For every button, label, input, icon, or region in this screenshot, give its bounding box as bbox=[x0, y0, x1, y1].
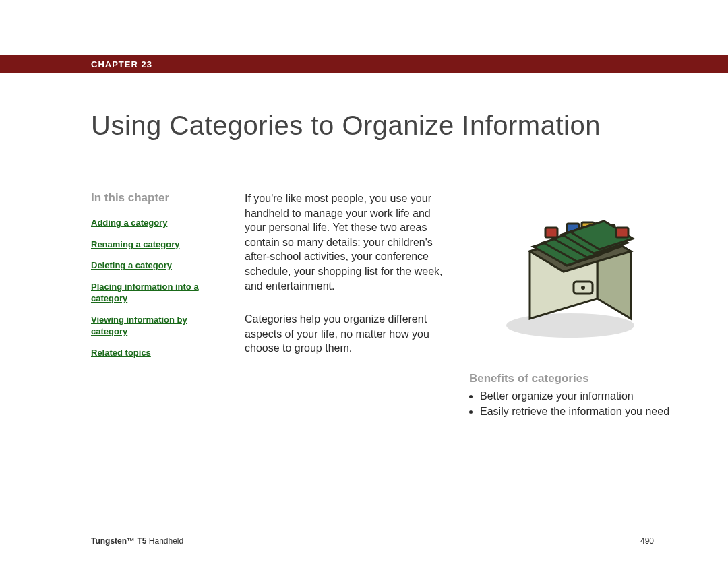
sidebar-heading: In this chapter bbox=[91, 191, 226, 205]
svg-point-0 bbox=[506, 313, 634, 338]
chapter-label: CHAPTER 23 bbox=[0, 59, 728, 69]
sidebar-link-placing[interactable]: Placing information into a category bbox=[91, 281, 226, 305]
content-area: In this chapter Adding a category Renami… bbox=[0, 141, 728, 420]
sidebar-link-deleting[interactable]: Deleting a category bbox=[91, 259, 226, 272]
benefit-item: Easily retrieve the information you need bbox=[480, 405, 678, 418]
sidebar-link-renaming[interactable]: Renaming a category bbox=[91, 239, 226, 251]
benefit-item: Better organize your information bbox=[480, 389, 678, 402]
footer-product-rest: Handheld bbox=[146, 536, 183, 546]
benefits-heading: Benefits of categories bbox=[469, 372, 678, 385]
page-footer: Tungsten™ T5 Handheld 490 bbox=[0, 532, 728, 546]
svg-point-4 bbox=[581, 286, 585, 290]
page-title: Using Categories to Organize Information bbox=[0, 73, 728, 141]
body-text-column: If you're like most people, you use your… bbox=[245, 191, 450, 420]
sidebar-link-viewing[interactable]: Viewing information by category bbox=[91, 314, 226, 338]
category-drawer-illustration bbox=[469, 191, 678, 345]
svg-rect-7 bbox=[545, 228, 557, 237]
footer-product-bold: Tungsten™ T5 bbox=[91, 536, 146, 546]
benefits-list: Better organize your information Easily … bbox=[469, 389, 678, 418]
body-paragraph-2: Categories help you organize different a… bbox=[245, 312, 450, 356]
body-paragraph-1: If you're like most people, you use your… bbox=[245, 191, 450, 293]
folder-drawer-icon bbox=[493, 194, 648, 342]
footer-product-name: Tungsten™ T5 Handheld bbox=[91, 536, 183, 546]
sidebar-link-related[interactable]: Related topics bbox=[91, 347, 226, 359]
sidebar-in-this-chapter: In this chapter Adding a category Renami… bbox=[91, 191, 226, 420]
svg-rect-15 bbox=[616, 228, 628, 237]
right-column: Benefits of categories Better organize y… bbox=[469, 191, 678, 420]
chapter-header-bar: CHAPTER 23 bbox=[0, 55, 728, 73]
sidebar-link-adding[interactable]: Adding a category bbox=[91, 217, 226, 229]
footer-page-number: 490 bbox=[640, 536, 654, 546]
